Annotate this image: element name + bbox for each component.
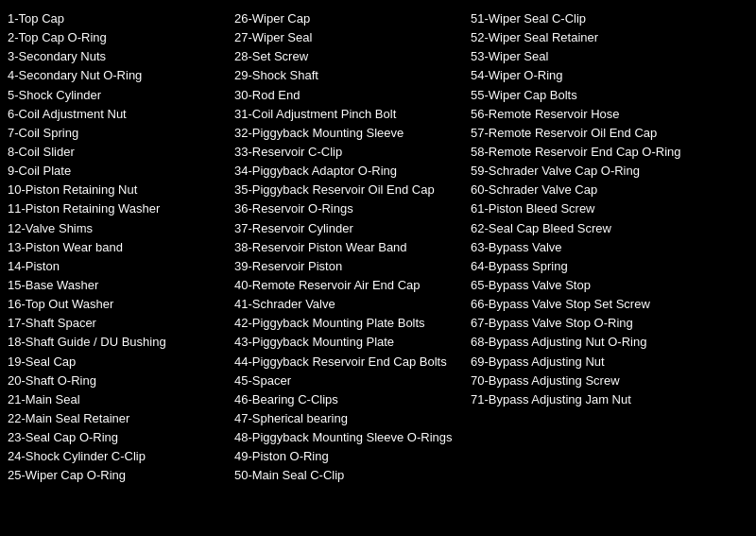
list-item: 51-Wiper Seal C-Clip [471,9,726,28]
list-item: 44-Piggyback Reservoir End Cap Bolts [234,353,463,372]
list-item: 67-Bypass Valve Stop O-Ring [471,314,726,333]
parts-list: 1-Top Cap2-Top Cap O-Ring3-Secondary Nut… [0,0,756,536]
list-item: 40-Remote Reservoir Air End Cap [234,276,463,295]
list-item: 4-Secondary Nut O-Ring [8,66,227,85]
list-item: 6-Coil Adjustment Nut [8,105,227,124]
list-item: 13-Piston Wear band [8,238,227,257]
list-item: 11-Piston Retaining Washer [8,199,227,218]
list-item: 17-Shaft Spacer [8,314,227,333]
list-item: 16-Top Out Washer [8,295,227,314]
column-3: 51-Wiper Seal C-Clip52-Wiper Seal Retain… [471,9,726,527]
list-item: 63-Bypass Valve [471,238,726,257]
list-item: 31-Coil Adjustment Pinch Bolt [234,105,463,124]
list-item: 46-Bearing C-Clips [234,390,463,409]
list-item: 28-Set Screw [234,47,463,66]
list-item: 41-Schrader Valve [234,295,463,314]
list-item: 55-Wiper Cap Bolts [471,86,726,105]
list-item: 24-Shock Cylinder C-Clip [8,447,227,466]
list-item: 57-Remote Reservoir Oil End Cap [471,124,726,143]
list-item: 2-Top Cap O-Ring [8,28,227,47]
list-item: 62-Seal Cap Bleed Screw [471,219,726,238]
list-item: 50-Main Seal C-Clip [234,466,463,485]
list-item: 25-Wiper Cap O-Ring [8,466,227,485]
list-item: 69-Bypass Adjusting Nut [471,353,726,372]
list-item: 58-Remote Reservoir End Cap O-Ring [471,143,726,162]
list-item: 60-Schrader Valve Cap [471,181,726,199]
list-item: 38-Reservoir Piston Wear Band [234,238,463,257]
list-item: 54-Wiper O-Ring [471,66,726,85]
list-item: 56-Remote Reservoir Hose [471,105,726,124]
list-item: 68-Bypass Adjusting Nut O-Ring [471,333,726,352]
list-item: 42-Piggyback Mounting Plate Bolts [234,314,463,333]
list-item: 15-Base Washer [8,276,227,295]
list-item: 39-Reservoir Piston [234,257,463,276]
list-item: 32-Piggyback Mounting Sleeve [234,124,463,143]
list-item: 19-Seal Cap [8,353,227,372]
list-item: 12-Valve Shims [8,219,227,238]
list-item: 70-Bypass Adjusting Screw [471,372,726,390]
list-item: 36-Reservoir O-Rings [234,199,463,218]
list-item: 5-Shock Cylinder [8,86,227,105]
list-item: 65-Bypass Valve Stop [471,276,726,295]
list-item: 49-Piston O-Ring [234,447,463,466]
list-item: 43-Piggyback Mounting Plate [234,333,463,352]
list-item: 71-Bypass Adjusting Jam Nut [471,390,726,409]
list-item: 66-Bypass Valve Stop Set Screw [471,295,726,314]
list-item: 30-Rod End [234,86,463,105]
list-item: 59-Schrader Valve Cap O-Ring [471,162,726,181]
list-item: 3-Secondary Nuts [8,47,227,66]
list-item: 18-Shaft Guide / DU Bushing [8,333,227,352]
list-item: 1-Top Cap [8,9,227,28]
list-item: 22-Main Seal Retainer [8,409,227,428]
list-item: 61-Piston Bleed Screw [471,199,726,218]
list-item: 53-Wiper Seal [471,47,726,66]
list-item: 23-Seal Cap O-Ring [8,428,227,447]
list-item: 45-Spacer [234,372,463,390]
list-item: 33-Reservoir C-Clip [234,143,463,162]
list-item: 48-Piggyback Mounting Sleeve O-Rings [234,428,463,447]
list-item: 9-Coil Plate [8,162,227,181]
list-item: 8-Coil Slider [8,143,227,162]
list-item: 52-Wiper Seal Retainer [471,28,726,47]
list-item: 21-Main Seal [8,390,227,409]
list-item: 37-Reservoir Cylinder [234,219,463,238]
list-item: 29-Shock Shaft [234,66,463,85]
column-1: 1-Top Cap2-Top Cap O-Ring3-Secondary Nut… [8,9,234,527]
list-item: 35-Piggyback Reservoir Oil End Cap [234,181,463,199]
list-item: 34-Piggyback Adaptor O-Ring [234,162,463,181]
list-item: 26-Wiper Cap [234,9,463,28]
list-item: 47-Spherical bearing [234,409,463,428]
list-item: 7-Coil Spring [8,124,227,143]
list-item: 10-Piston Retaining Nut [8,181,227,199]
list-item: 64-Bypass Spring [471,257,726,276]
list-item: 14-Piston [8,257,227,276]
column-2: 26-Wiper Cap27-Wiper Seal28-Set Screw29-… [234,9,471,527]
list-item: 27-Wiper Seal [234,28,463,47]
list-item: 20-Shaft O-Ring [8,372,227,390]
